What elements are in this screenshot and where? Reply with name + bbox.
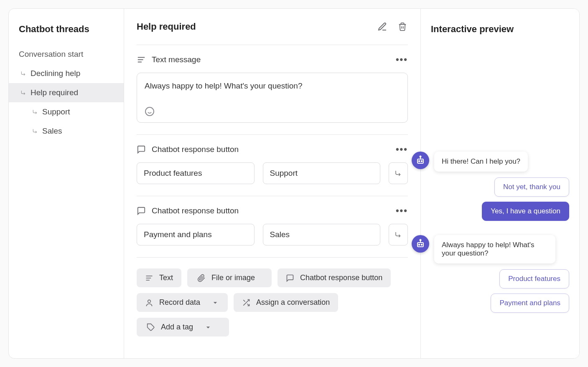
chat-bubble-icon [137, 145, 146, 154]
toolbar-label: Record data [159, 298, 200, 307]
response-target-input[interactable]: Support [263, 162, 381, 184]
add-tag-button[interactable]: Add a tag [137, 318, 229, 337]
block-more-button[interactable]: ••• [396, 54, 408, 65]
svg-point-22 [419, 244, 420, 246]
add-file-button[interactable]: File or image [187, 268, 272, 287]
sidebar-root-item[interactable]: Conversation start [9, 45, 124, 64]
toolbar-label: Text [159, 273, 173, 282]
response-label-input[interactable]: Payment and plans [137, 224, 255, 246]
paperclip-icon [197, 274, 206, 282]
toolbar-label: Add a tag [161, 323, 193, 332]
preview-choice-not-yet[interactable]: Not yet, thank you [494, 177, 569, 197]
preview-panel: Interactive preview Hi there! Can I help… [420, 9, 579, 358]
block-title: Chatbot response button [152, 206, 239, 215]
bot-message: Always happy to help! What's your questi… [434, 235, 555, 263]
toolbar-label: Chatbot response button [300, 273, 382, 282]
emoji-picker-button[interactable] [145, 106, 155, 116]
sub-arrow-icon [20, 71, 26, 76]
block-text-message: Text message ••• Always happy to help! W… [137, 45, 408, 135]
bot-message-row: Hi there! Can I help you? [431, 152, 569, 172]
sub-arrow-icon [32, 109, 38, 115]
text-lines-icon [145, 274, 153, 282]
block-header: Chatbot response button ••• [137, 144, 408, 155]
assign-conversation-button[interactable]: Assign a conversation [234, 293, 338, 312]
bot-message: Hi there! Can I help you? [434, 152, 528, 172]
response-target-input[interactable]: Sales [263, 224, 381, 246]
toolbar-label: Assign a conversation [256, 298, 330, 307]
svg-point-23 [421, 244, 423, 246]
response-link-button[interactable] [389, 162, 408, 184]
header-actions [377, 21, 408, 32]
chevron-down-icon [204, 323, 212, 332]
chat-bubble-icon [286, 274, 294, 282]
preview-choice-product-features[interactable]: Product features [499, 269, 569, 289]
sidebar-item-label: Support [42, 107, 70, 116]
person-icon [145, 299, 153, 307]
shuffle-icon [242, 299, 250, 307]
choice-group-2: Product features Payment and plans [431, 269, 569, 313]
thread-title: Help required [137, 21, 196, 32]
block-response-1: Chatbot response button ••• Product feat… [137, 135, 408, 196]
toolbar-label: File or image [211, 273, 255, 282]
bot-message-row: Always happy to help! What's your questi… [431, 235, 569, 263]
sidebar-title: Chatbot threads [9, 24, 124, 45]
add-block-toolbar: Text File or image Chatbot response butt… [137, 258, 408, 337]
delete-button[interactable] [397, 21, 408, 32]
sidebar-item-help-required[interactable]: Help required [9, 83, 124, 102]
block-title: Chatbot response button [152, 145, 239, 154]
bot-avatar-icon [412, 152, 429, 169]
block-response-2: Chatbot response button ••• Payment and … [137, 196, 408, 258]
svg-point-5 [145, 107, 154, 116]
main-editor: Help required Text message ••• Always ha… [124, 9, 420, 358]
preview-title: Interactive preview [431, 24, 569, 35]
sidebar-item-label: Declining help [31, 69, 80, 78]
block-header: Text message ••• [137, 54, 408, 65]
svg-line-14 [243, 300, 245, 301]
svg-point-11 [148, 300, 151, 303]
preview-choice-payment-plans[interactable]: Payment and plans [491, 294, 569, 313]
svg-point-17 [419, 161, 420, 162]
sidebar-item-sales[interactable]: Sales [9, 121, 124, 141]
block-more-button[interactable]: ••• [396, 144, 408, 155]
tag-icon [147, 323, 155, 332]
app-frame: Chatbot threads Conversation start Decli… [8, 8, 580, 359]
record-data-button[interactable]: Record data [137, 293, 228, 312]
add-text-button[interactable]: Text [137, 268, 181, 287]
text-lines-icon [137, 55, 146, 64]
chevron-down-icon [211, 299, 219, 307]
preview-choice-yes-question[interactable]: Yes, I have a question [482, 202, 569, 221]
block-title: Text message [152, 55, 201, 64]
sub-arrow-icon [32, 128, 38, 134]
text-message-card[interactable]: Always happy to help! What's your questi… [137, 73, 408, 123]
chat-area: Hi there! Can I help you? Not yet, thank… [431, 152, 569, 313]
add-response-button[interactable]: Chatbot response button [277, 268, 391, 287]
sub-arrow-icon [20, 90, 26, 96]
response-label-input[interactable]: Product features [137, 162, 255, 184]
main-header: Help required [137, 21, 408, 45]
chat-bubble-icon [137, 206, 146, 215]
sidebar-item-support[interactable]: Support [9, 102, 124, 121]
svg-point-18 [421, 161, 423, 162]
sidebar-item-declining-help[interactable]: Declining help [9, 64, 124, 83]
sidebar-item-label: Sales [42, 127, 62, 136]
edit-button[interactable] [377, 21, 388, 32]
sidebar-item-label: Help required [31, 88, 78, 97]
response-link-button[interactable] [389, 224, 408, 246]
sidebar: Chatbot threads Conversation start Decli… [9, 9, 124, 358]
choice-group-1: Not yet, thank you Yes, I have a questio… [431, 177, 569, 221]
text-message-content[interactable]: Always happy to help! What's your questi… [145, 81, 400, 91]
bot-avatar-icon [412, 235, 429, 253]
block-more-button[interactable]: ••• [396, 205, 408, 216]
block-header: Chatbot response button ••• [137, 205, 408, 216]
